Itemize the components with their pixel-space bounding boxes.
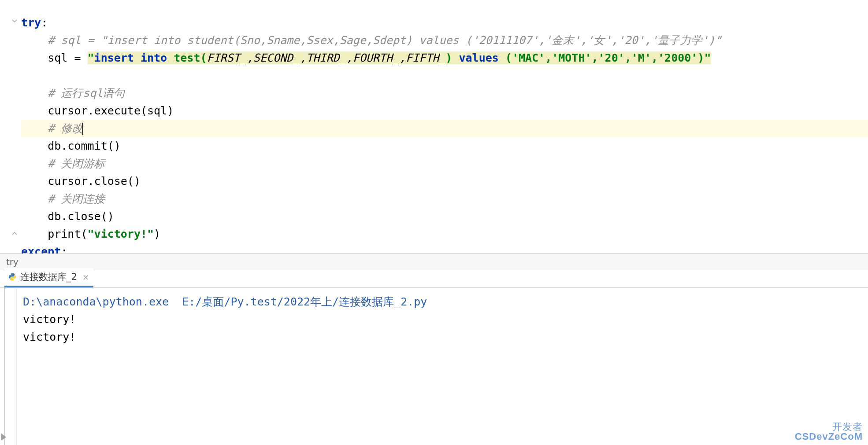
watermark: 开发者 CSDevZeCoM xyxy=(795,422,863,441)
code-line: except: xyxy=(21,243,868,254)
code-line: # 关闭连接 xyxy=(21,190,868,208)
code-line: # 关闭游标 xyxy=(21,155,868,173)
code-line: print("victory!") xyxy=(21,225,868,243)
code-line: db.commit() xyxy=(21,137,868,155)
editor-pane[interactable]: try: # sql = "insert into student(Sno,Sn… xyxy=(0,0,868,253)
close-icon[interactable]: × xyxy=(82,272,89,282)
breadcrumb-item[interactable]: try xyxy=(6,257,19,267)
code-line: cursor.execute(sql) xyxy=(21,102,868,120)
svg-point-0 xyxy=(11,274,11,275)
code-line: sql = "insert into test(FIRST_,SECOND_,T… xyxy=(21,49,868,67)
code-line: # 运行sql语句 xyxy=(21,85,868,102)
fold-collapse-icon[interactable] xyxy=(11,18,18,24)
code-line: db.close() xyxy=(21,208,868,225)
console-gutter xyxy=(0,288,17,445)
svg-point-1 xyxy=(13,279,14,280)
text-caret xyxy=(82,123,83,135)
code-line-active: # 修改 xyxy=(21,120,868,137)
console-pane[interactable]: D:\anaconda\python.exe E:/桌面/Py.test/202… xyxy=(0,287,868,445)
code-line: cursor.close() xyxy=(21,173,868,190)
run-tab-active[interactable]: 连接数据库_2 × xyxy=(4,268,93,287)
code-line: try: xyxy=(21,14,868,32)
code-content[interactable]: try: # sql = "insert into student(Sno,Sn… xyxy=(19,0,868,253)
code-line: # sql = "insert into student(Sno,Sname,S… xyxy=(21,32,868,49)
fold-expand-icon[interactable] xyxy=(11,230,18,236)
breadcrumb-bar[interactable]: try xyxy=(0,253,868,270)
console-output[interactable]: D:\anaconda\python.exe E:/桌面/Py.test/202… xyxy=(17,288,868,445)
rerun-icon[interactable] xyxy=(1,434,6,441)
console-output-line: victory! xyxy=(23,328,868,346)
editor-gutter xyxy=(0,0,19,253)
run-tab-label: 连接数据库_2 xyxy=(20,271,77,283)
console-output-line: victory! xyxy=(23,311,868,328)
python-icon xyxy=(8,272,17,281)
run-tab-bar: 连接数据库_2 × xyxy=(0,270,868,287)
console-command-line: D:\anaconda\python.exe E:/桌面/Py.test/202… xyxy=(23,293,868,311)
